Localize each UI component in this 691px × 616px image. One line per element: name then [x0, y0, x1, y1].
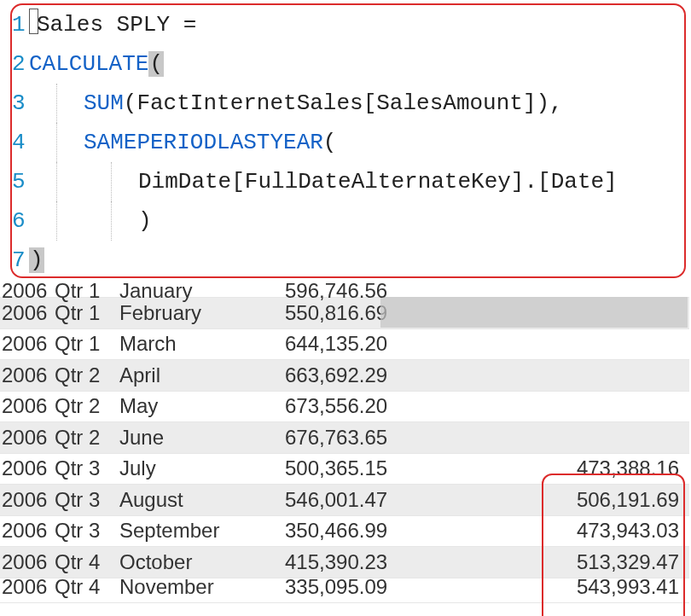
table-row[interactable]: 2006Qtr 2May673,556.20: [0, 392, 689, 423]
code-line[interactable]: 7): [12, 241, 684, 278]
code-content[interactable]: Sales SPLY =: [24, 5, 684, 44]
sales-sply-cell[interactable]: 543,993.41: [551, 575, 689, 599]
year-cell[interactable]: 2006: [0, 488, 55, 512]
quarter-cell[interactable]: Qtr 1: [55, 279, 116, 303]
results-table[interactable]: 2006Qtr 1January596,746.562006Qtr 1Febru…: [0, 282, 689, 603]
code-line[interactable]: 4SAMEPERIODLASTYEAR(: [12, 123, 684, 162]
table-row[interactable]: 2006Qtr 4November335,095.09543,993.41: [0, 578, 689, 603]
month-cell[interactable]: March: [116, 332, 282, 356]
month-cell[interactable]: August: [116, 488, 282, 512]
code-content[interactable]: SAMEPERIODLASTYEAR(: [24, 123, 684, 162]
month-cell[interactable]: October: [116, 550, 282, 574]
year-cell[interactable]: 2006: [0, 363, 55, 387]
line-number: 1: [12, 5, 24, 44]
code-content[interactable]: ): [24, 241, 684, 278]
line-number: 2: [12, 44, 24, 84]
month-cell[interactable]: June: [116, 426, 282, 450]
code-line[interactable]: 1Sales SPLY =: [12, 5, 684, 44]
salesamount-cell[interactable]: 415,390.23: [282, 550, 551, 574]
quarter-cell[interactable]: Qtr 1: [55, 332, 116, 356]
year-cell[interactable]: 2006: [0, 575, 55, 599]
code-line[interactable]: 3SUM(FactInternetSales[SalesAmount]),: [12, 84, 684, 123]
line-number: 7: [12, 241, 24, 278]
year-cell[interactable]: 2006: [0, 456, 55, 480]
month-cell[interactable]: September: [116, 519, 282, 543]
year-cell[interactable]: 2006: [0, 301, 55, 325]
table-row[interactable]: 2006Qtr 1January596,746.56: [0, 282, 689, 298]
line-number: 6: [12, 201, 24, 241]
salesamount-cell[interactable]: 500,365.15: [282, 456, 551, 480]
dax-token: Sales SPLY =: [37, 12, 196, 38]
month-cell[interactable]: July: [116, 456, 282, 480]
line-number: 3: [12, 84, 24, 123]
quarter-cell[interactable]: Qtr 3: [55, 456, 116, 480]
month-cell[interactable]: May: [116, 394, 282, 418]
salesamount-cell[interactable]: 546,001.47: [282, 488, 551, 512]
month-cell[interactable]: January: [116, 279, 282, 303]
quarter-cell[interactable]: Qtr 4: [55, 550, 116, 574]
year-cell[interactable]: 2006: [0, 279, 55, 303]
dax-token: DimDate[FullDateAlternateKey].[Date]: [138, 169, 618, 195]
quarter-cell[interactable]: Qtr 3: [55, 488, 116, 512]
sales-sply-cell[interactable]: 473,388.16: [551, 456, 689, 480]
code-line[interactable]: 6): [12, 201, 684, 241]
salesamount-cell[interactable]: 550,816.69: [282, 301, 551, 325]
quarter-cell[interactable]: Qtr 4: [55, 575, 116, 599]
table-row[interactable]: 2006Qtr 1March644,135.20: [0, 329, 689, 361]
quarter-cell[interactable]: Qtr 2: [55, 426, 116, 450]
dax-token: (: [148, 51, 164, 77]
table-row[interactable]: 2006Qtr 2April663,692.29: [0, 360, 689, 392]
sales-sply-cell[interactable]: 473,943.03: [551, 519, 689, 543]
code-line[interactable]: 2CALCULATE(: [12, 44, 684, 84]
line-number: 4: [12, 123, 24, 162]
dax-function: SAMEPERIODLASTYEAR: [84, 130, 323, 155]
year-cell[interactable]: 2006: [0, 426, 55, 450]
month-cell[interactable]: November: [116, 575, 282, 599]
dax-token: ): [138, 208, 152, 234]
quarter-cell[interactable]: Qtr 3: [55, 519, 116, 543]
dax-function: SUM: [84, 90, 124, 116]
year-cell[interactable]: 2006: [0, 332, 55, 356]
sales-sply-cell[interactable]: 506,191.69: [551, 488, 689, 512]
table-row[interactable]: 2006Qtr 4October415,390.23513,329.47: [0, 547, 689, 578]
quarter-cell[interactable]: Qtr 2: [55, 363, 116, 387]
table-row[interactable]: 2006Qtr 3July500,365.15473,388.16: [0, 454, 689, 485]
salesamount-cell[interactable]: 663,692.29: [282, 363, 551, 387]
quarter-cell[interactable]: Qtr 1: [55, 301, 116, 325]
sales-sply-cell[interactable]: 513,329.47: [551, 550, 689, 574]
year-cell[interactable]: 2006: [0, 519, 55, 543]
table-row[interactable]: 2006Qtr 3August546,001.47506,191.69: [0, 485, 689, 516]
salesamount-cell[interactable]: 676,763.65: [282, 426, 551, 450]
salesamount-cell[interactable]: 673,556.20: [282, 394, 551, 418]
quarter-cell[interactable]: Qtr 2: [55, 394, 116, 418]
dax-token: ): [29, 247, 44, 273]
salesamount-cell[interactable]: 335,095.09: [282, 575, 551, 599]
dax-formula-editor[interactable]: 1Sales SPLY =2CALCULATE(3SUM(FactInterne…: [10, 3, 686, 278]
line-number: 5: [12, 162, 24, 201]
table-row[interactable]: 2006Qtr 2June676,763.65: [0, 422, 689, 454]
code-content[interactable]: CALCULATE(: [24, 44, 684, 84]
salesamount-cell[interactable]: 596,746.56: [282, 279, 551, 303]
month-cell[interactable]: February: [116, 301, 282, 325]
dax-token: (FactInternetSales[SalesAmount]),: [124, 90, 563, 116]
year-cell[interactable]: 2006: [0, 394, 55, 418]
code-content[interactable]: DimDate[FullDateAlternateKey].[Date]: [24, 162, 684, 201]
dax-token: (: [323, 130, 337, 155]
salesamount-cell[interactable]: 644,135.20: [282, 332, 551, 356]
month-cell[interactable]: April: [116, 363, 282, 387]
table-row[interactable]: 2006Qtr 3September350,466.99473,943.03: [0, 516, 689, 548]
dax-function: CALCULATE: [29, 51, 148, 77]
code-line[interactable]: 5DimDate[FullDateAlternateKey].[Date]: [12, 162, 684, 201]
salesamount-cell[interactable]: 350,466.99: [282, 519, 551, 543]
code-content[interactable]: ): [24, 201, 684, 241]
code-content[interactable]: SUM(FactInternetSales[SalesAmount]),: [24, 84, 684, 123]
year-cell[interactable]: 2006: [0, 550, 55, 574]
